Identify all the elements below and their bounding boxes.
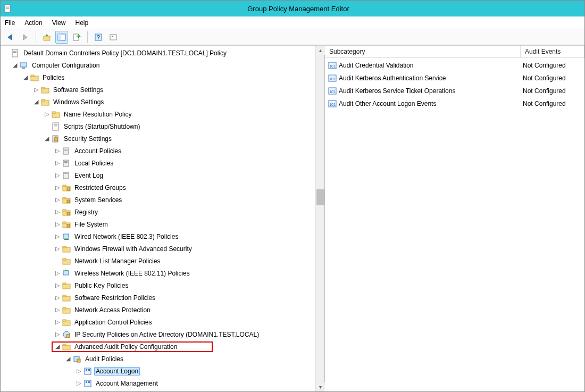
svg-rect-73	[85, 380, 91, 387]
tree-local-policies[interactable]: ▷ Local Policies	[1, 157, 315, 169]
expander-icon[interactable]: ▷	[54, 282, 61, 289]
tree-scripts[interactable]: Scripts (Startup/Shutdown)	[1, 120, 315, 132]
tree-view[interactable]: Default Domain Controllers Policy [DC1.D…	[1, 46, 315, 391]
tree-event-log[interactable]: ▷ Event Log	[1, 169, 315, 181]
tree-software-settings[interactable]: ▷ Software Settings	[1, 84, 315, 96]
tree-pki[interactable]: ▷ Public Key Policies	[1, 279, 315, 291]
tree-name-resolution[interactable]: ▷ Name Resolution Policy	[1, 108, 315, 120]
tree-firewall[interactable]: ▷ Windows Firewall with Advanced Securit…	[1, 243, 315, 255]
menu-file[interactable]: File	[5, 19, 15, 27]
expander-icon[interactable]: ▷	[54, 147, 61, 154]
svg-text:?: ?	[97, 35, 100, 40]
svg-rect-30	[63, 148, 69, 154]
show-hide-tree-button[interactable]	[55, 31, 68, 44]
tree-label: Registry	[73, 208, 99, 216]
column-subcategory[interactable]: Subcategory	[325, 46, 521, 57]
tree-system-services[interactable]: ▷ System Services	[1, 194, 315, 206]
svg-rect-17	[31, 75, 34, 77]
expander-icon[interactable]: ◢	[54, 343, 61, 350]
expander-icon[interactable]: ▷	[54, 184, 61, 191]
tree-account-logon[interactable]: ▷ Account Logon	[1, 365, 315, 377]
expander-icon[interactable]: ▷	[54, 196, 61, 203]
tree-windows-settings[interactable]: ◢ Windows Settings	[1, 96, 315, 108]
tree-nap[interactable]: ▷ Network Access Protection	[1, 304, 315, 316]
tree-restricted-groups[interactable]: ▷ Restricted Groups	[1, 181, 315, 194]
menu-help[interactable]: Help	[76, 19, 89, 27]
tree-file-system[interactable]: ▷ File System	[1, 218, 315, 230]
tree-label: Scripts (Startup/Shutdown)	[62, 122, 141, 131]
folder-icon	[41, 86, 49, 94]
tree-account-management[interactable]: ▷ Account Management	[1, 377, 315, 389]
content-area: Default Domain Controllers Policy [DC1.D…	[1, 45, 584, 391]
tree-acp[interactable]: ▷ Application Control Policies	[1, 316, 315, 328]
scroll-up-icon[interactable]: ▴	[316, 46, 325, 55]
expander-icon[interactable]: ▷	[54, 172, 61, 179]
folder-icon	[62, 257, 71, 265]
column-audit-events[interactable]: Audit Events	[521, 46, 584, 57]
help-button[interactable]: ?	[92, 31, 105, 44]
svg-rect-1	[6, 6, 9, 6]
expander-icon[interactable]: ▷	[75, 380, 82, 387]
expander-icon[interactable]	[3, 50, 10, 56]
expander-icon[interactable]: ▷	[54, 233, 61, 240]
expander-icon[interactable]: ▷	[54, 294, 61, 301]
scroll-down-icon[interactable]: ▾	[316, 382, 325, 391]
tree-policies[interactable]: ◢ Policies	[1, 71, 315, 84]
expander-icon[interactable]: ▷	[54, 306, 61, 313]
tree-label: Name Resolution Policy	[62, 110, 133, 119]
expander-icon[interactable]: ▷	[43, 111, 51, 118]
svg-rect-39	[63, 185, 66, 187]
expander-icon[interactable]: ▷	[54, 160, 61, 166]
back-button[interactable]	[4, 31, 16, 44]
svg-rect-45	[63, 210, 66, 211]
forward-button[interactable]	[19, 31, 31, 44]
tree-registry[interactable]: ▷ Registry	[1, 206, 315, 218]
expander-icon[interactable]: ▷	[54, 245, 61, 252]
vertical-scrollbar[interactable]: ▴ ▾	[315, 46, 324, 391]
expander-icon[interactable]: ◢	[43, 135, 51, 142]
expander-icon[interactable]: ▷	[54, 221, 61, 228]
tree-security-settings[interactable]: ◢ Security Settings	[1, 132, 315, 145]
expander-icon[interactable]: ◢	[64, 355, 72, 362]
computer-icon	[20, 61, 28, 70]
list-item[interactable]: 101 Audit Credential Validation Not Conf…	[325, 59, 584, 72]
tree-computer-configuration[interactable]: ◢ Computer Configuration	[1, 59, 315, 71]
expander-icon[interactable]: ▷	[54, 270, 61, 277]
list-item[interactable]: 101 Audit Other Account Logon Events Not…	[325, 97, 584, 110]
tree-account-policies[interactable]: ▷ Account Policies	[1, 145, 315, 157]
expander-icon[interactable]	[54, 258, 61, 264]
tree-root[interactable]: Default Domain Controllers Policy [DC1.D…	[1, 47, 315, 59]
up-button[interactable]	[40, 31, 53, 44]
svg-rect-15	[22, 68, 25, 69]
expander-icon[interactable]: ▷	[54, 208, 61, 215]
options-button[interactable]	[107, 31, 120, 44]
tree-wired-network[interactable]: ▷ Wired Network (IEEE 802.3) Policies	[1, 230, 315, 243]
toolbar: ?	[1, 29, 584, 45]
menu-action[interactable]: Action	[24, 19, 42, 27]
svg-rect-67	[63, 344, 66, 346]
list-body: 101 Audit Credential Validation Not Conf…	[325, 58, 584, 111]
expander-icon[interactable]: ▷	[32, 86, 40, 93]
tree-audit-policies[interactable]: ◢ Audit Policies	[1, 353, 315, 365]
toolbar-separator	[36, 31, 36, 43]
expander-icon[interactable]: ◢	[32, 98, 40, 105]
tree-aapc[interactable]: ◢ Advanced Audit Policy Configuration	[1, 340, 315, 353]
list-item[interactable]: 101 Audit Kerberos Service Ticket Operat…	[325, 85, 584, 97]
expander-icon[interactable]: ◢	[11, 62, 19, 69]
tree-ipsec[interactable]: ▷ IP Security Policies on Active Directo…	[1, 328, 315, 340]
expander-icon[interactable]: ▷	[54, 319, 61, 326]
tree-label: Advanced Audit Policy Configuration	[73, 343, 179, 351]
tree-srp[interactable]: ▷ Software Restriction Policies	[1, 291, 315, 304]
expander-icon[interactable]: ◢	[22, 74, 29, 81]
menu-view[interactable]: View	[52, 19, 66, 27]
expander-icon[interactable]: ▷	[75, 368, 82, 374]
tree-nlm[interactable]: Network List Manager Policies	[1, 255, 315, 267]
scroll-thumb[interactable]	[316, 189, 324, 205]
expander-icon[interactable]: ▷	[54, 331, 61, 338]
folder-icon	[62, 343, 71, 351]
list-item[interactable]: 101 Audit Kerberos Authentication Servic…	[325, 72, 584, 85]
tree-wireless[interactable]: ▷ Wireless Network (IEEE 802.11) Policie…	[1, 267, 315, 279]
app-icon	[4, 4, 12, 13]
expander-icon[interactable]	[43, 123, 51, 130]
export-list-button[interactable]	[70, 31, 83, 44]
